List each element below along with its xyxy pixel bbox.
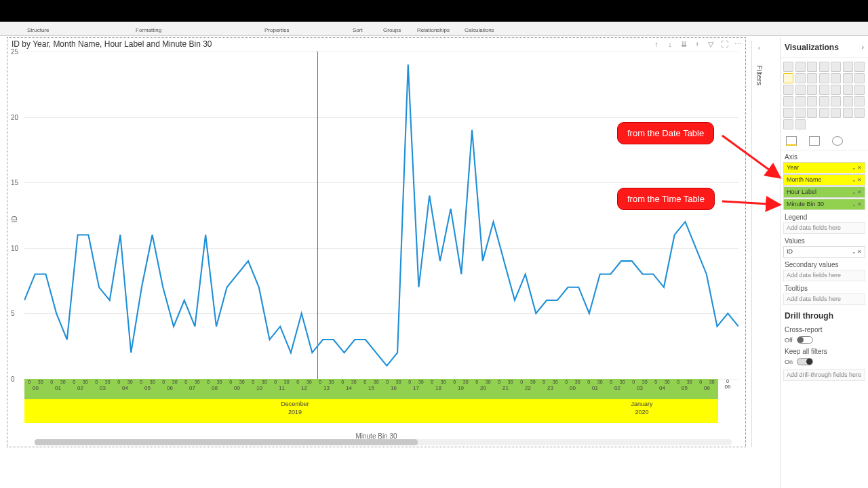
visual-type-icon[interactable] xyxy=(843,73,853,83)
xaxis-hour-cell: 03008 xyxy=(203,379,226,399)
focus-mode-icon[interactable]: ⛶ xyxy=(719,39,729,49)
remove-field-icon[interactable]: ✕ xyxy=(857,162,862,174)
filter-icon[interactable]: ▽ xyxy=(706,39,715,49)
visual-type-icon[interactable] xyxy=(783,108,793,118)
visual-type-icon[interactable] xyxy=(795,108,806,118)
chevron-down-icon[interactable]: ⌄ xyxy=(852,246,856,258)
visual-type-icon[interactable] xyxy=(819,108,829,118)
xaxis-hour-cell: 03009 xyxy=(226,379,248,399)
field-placeholder[interactable]: Add data fields here xyxy=(783,293,865,305)
month-label: December xyxy=(24,401,566,407)
visual-type-icon[interactable] xyxy=(795,85,806,95)
analytics-tab[interactable] xyxy=(832,136,843,146)
year-label: 2019 xyxy=(24,409,566,415)
format-tab[interactable] xyxy=(809,136,820,146)
visual-type-icon[interactable] xyxy=(843,62,853,72)
field-placeholder[interactable]: Add data fields here xyxy=(783,270,865,281)
visual-type-icon[interactable] xyxy=(783,62,793,72)
report-canvas[interactable]: ID by Year, Month Name, Hour Label and M… xyxy=(7,37,746,447)
horizontal-scrollbar[interactable] xyxy=(35,439,732,445)
values-field-well[interactable]: ID⌄✕ xyxy=(783,246,865,258)
filters-label: Filters xyxy=(755,65,764,85)
field-well-item[interactable]: Month Name⌄✕ xyxy=(783,174,865,186)
xaxis-minute-hour-band: 0300003001030020300303004030050300603007… xyxy=(24,379,718,399)
visual-type-icon[interactable] xyxy=(854,108,865,118)
field-placeholder[interactable]: Add drill-through fields here xyxy=(783,369,865,381)
expand-next-icon[interactable]: ⇊ xyxy=(679,39,688,49)
visual-type-icon[interactable] xyxy=(831,73,841,83)
legend-field-well[interactable]: Add data fields here xyxy=(783,222,865,234)
more-options-icon[interactable]: ⋯ xyxy=(733,39,743,49)
visual-type-icon[interactable] xyxy=(831,108,841,118)
xaxis-hour-cell: 03010 xyxy=(248,379,271,399)
field-well-item[interactable]: ID⌄✕ xyxy=(783,246,865,258)
visual-type-icon[interactable] xyxy=(831,96,841,106)
visual-type-icon[interactable] xyxy=(843,85,853,95)
axis-field-well[interactable]: Year⌄✕Month Name⌄✕Hour Label⌄✕Minute Bin… xyxy=(783,162,865,210)
chevron-down-icon[interactable]: ⌄ xyxy=(852,162,856,174)
field-well-item[interactable]: Hour Label⌄✕ xyxy=(783,186,865,198)
visual-type-icon[interactable] xyxy=(783,119,793,129)
visual-type-icon[interactable] xyxy=(843,108,853,118)
remove-field-icon[interactable]: ✕ xyxy=(857,246,862,258)
fields-tab[interactable] xyxy=(786,136,797,146)
drill-up-icon[interactable]: ↑ xyxy=(652,39,661,49)
expand-all-icon[interactable]: ⫲ xyxy=(692,39,702,49)
xaxis-hour-cell: 03019 xyxy=(450,379,472,399)
chevron-down-icon[interactable]: ⌄ xyxy=(852,199,856,210)
chart-plot-area: ID 0510152025 xyxy=(24,52,738,379)
visual-type-icon[interactable] xyxy=(807,73,817,83)
drill-through-field-well[interactable]: Add drill-through fields here xyxy=(783,369,865,381)
chevron-right-icon[interactable]: › xyxy=(862,43,864,51)
values-section-header: Values xyxy=(781,235,868,246)
visual-type-icon[interactable] xyxy=(807,96,817,106)
toggle-on-label: On xyxy=(785,359,793,365)
visual-type-icon[interactable] xyxy=(854,96,865,106)
visual-type-icon[interactable] xyxy=(831,85,841,95)
chevron-down-icon[interactable]: ⌄ xyxy=(852,174,856,186)
field-placeholder[interactable]: Add data fields here xyxy=(783,222,865,234)
xaxis-hour-cell: 03016 xyxy=(382,379,405,399)
visual-type-icon[interactable] xyxy=(831,62,841,72)
secondary-field-well[interactable]: Add data fields here xyxy=(783,270,865,281)
field-format-analytics-tabs xyxy=(781,134,868,150)
tooltips-field-well[interactable]: Add data fields here xyxy=(783,293,865,305)
cross-report-toggle[interactable] xyxy=(797,336,813,344)
visual-type-icon[interactable] xyxy=(807,62,817,72)
filters-pane-collapsed[interactable]: ‹ Filters xyxy=(751,41,766,447)
scrollbar-thumb[interactable] xyxy=(35,439,418,445)
visual-type-icon[interactable] xyxy=(795,73,806,83)
cross-report-toggle-row: Off xyxy=(781,335,868,345)
visual-type-icon[interactable] xyxy=(854,73,865,83)
visual-type-icon[interactable] xyxy=(854,85,865,95)
drill-down-icon[interactable]: ↓ xyxy=(665,39,675,49)
visual-type-icon[interactable] xyxy=(795,62,806,72)
visual-type-icon[interactable] xyxy=(819,62,829,72)
year-label: 2020 xyxy=(566,409,718,415)
remove-field-icon[interactable]: ✕ xyxy=(857,186,862,198)
visual-type-icon[interactable] xyxy=(783,96,793,106)
visual-type-icon[interactable] xyxy=(807,85,817,95)
chevron-left-icon[interactable]: ‹ xyxy=(752,45,766,52)
visual-type-icon[interactable] xyxy=(795,96,806,106)
field-well-item[interactable]: Year⌄✕ xyxy=(783,162,865,174)
toggle-off-label: Off xyxy=(785,337,793,344)
xaxis-hour-cell: 03003 xyxy=(92,379,114,399)
visual-type-icon[interactable] xyxy=(854,62,865,72)
chevron-down-icon[interactable]: ⌄ xyxy=(852,186,856,198)
visual-type-icon[interactable] xyxy=(843,96,853,106)
visual-type-icon[interactable] xyxy=(819,73,829,83)
keep-filters-toggle[interactable] xyxy=(797,358,813,365)
visual-type-icon[interactable] xyxy=(783,85,793,95)
visual-type-icon[interactable] xyxy=(819,96,829,106)
visual-type-icon[interactable] xyxy=(795,119,806,129)
ribbon-group: Relationships xyxy=(417,27,450,33)
window-titlebar-black xyxy=(0,0,868,22)
remove-field-icon[interactable]: ✕ xyxy=(857,199,862,210)
visual-type-icon[interactable] xyxy=(807,108,817,118)
visual-type-icon[interactable] xyxy=(783,73,793,83)
field-well-item[interactable]: Minute Bin 30⌄✕ xyxy=(783,199,865,210)
visual-type-icon[interactable] xyxy=(819,85,829,95)
remove-field-icon[interactable]: ✕ xyxy=(857,174,862,186)
callout-date-table: from the Date Table xyxy=(617,122,714,144)
